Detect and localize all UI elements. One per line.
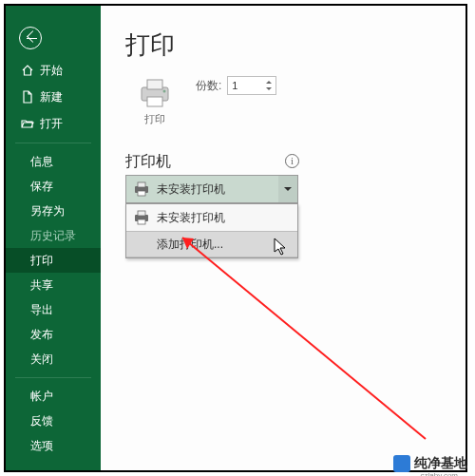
sidebar-label: 打印: [30, 253, 53, 269]
printer-section-title: 打印机: [125, 152, 171, 172]
watermark-logo-icon: [393, 455, 410, 472]
back-button[interactable]: [19, 27, 42, 49]
sidebar-label: 开始: [40, 63, 63, 79]
svg-rect-6: [138, 191, 145, 196]
sidebar-item-saveas[interactable]: 另存为: [6, 199, 101, 223]
printer-combo[interactable]: 未安装打印机: [125, 175, 298, 203]
printer-option-label: 未安装打印机: [157, 210, 225, 226]
sidebar-item-save[interactable]: 保存: [6, 174, 101, 199]
file-icon: [21, 90, 34, 104]
sidebar-item-publish[interactable]: 发布: [6, 322, 101, 347]
copies-label: 份数:: [196, 78, 221, 94]
printer-large-icon: [136, 76, 174, 110]
watermark: 纯净基地 czlaby.com: [393, 455, 467, 472]
copies-row: 份数: 1: [196, 76, 276, 95]
svg-rect-8: [138, 211, 145, 216]
sidebar-label: 历史记录: [30, 228, 76, 244]
sidebar-label: 打开: [40, 116, 63, 132]
sidebar-item-print[interactable]: 打印: [6, 248, 101, 273]
sidebar-label: 另存为: [30, 203, 65, 219]
chevron-down-icon[interactable]: [278, 176, 297, 202]
content-pane: 打印 打印 份数: 1 打印机 i 未安装打印机 未安装打印机: [101, 6, 466, 470]
printer-dropdown-menu: 未安装打印机 添加打印机...: [125, 203, 298, 258]
sidebar-item-close[interactable]: 关闭: [6, 347, 101, 371]
svg-point-3: [163, 90, 166, 93]
spinner-arrows-icon[interactable]: [263, 78, 275, 93]
folder-open-icon: [21, 117, 34, 130]
svg-rect-2: [147, 97, 162, 106]
divider: [15, 377, 91, 378]
svg-rect-9: [138, 219, 145, 224]
blank-icon: [132, 235, 151, 254]
print-button-label: 打印: [125, 112, 184, 126]
printer-small-icon: [132, 180, 151, 199]
sidebar-item-home[interactable]: 开始: [6, 57, 101, 84]
sidebar-item-open[interactable]: 打开: [6, 110, 101, 137]
copies-spinner[interactable]: 1: [227, 76, 276, 95]
sidebar-label: 关闭: [30, 352, 53, 368]
sidebar-label: 共享: [30, 277, 53, 294]
sidebar-label: 信息: [30, 154, 53, 170]
svg-rect-5: [138, 182, 145, 187]
print-button[interactable]: 打印: [125, 72, 184, 127]
info-icon[interactable]: i: [285, 154, 299, 168]
svg-rect-1: [147, 80, 162, 89]
svg-line-10: [182, 238, 426, 439]
watermark-name: 纯净基地: [414, 455, 467, 472]
sidebar-label: 反馈: [30, 413, 53, 429]
printer-option-none[interactable]: 未安装打印机: [126, 204, 297, 231]
sidebar-item-feedback[interactable]: 反馈: [6, 409, 101, 433]
printer-option-add[interactable]: 添加打印机...: [126, 231, 297, 257]
sidebar-label: 选项: [30, 438, 53, 454]
sidebar-label: 发布: [30, 327, 53, 343]
backstage-sidebar: 开始 新建 打开 信息 保存 另存为 历史记录 打印 共享 导出 发布 关闭 帐…: [6, 6, 101, 470]
annotation-arrow: [169, 230, 435, 476]
divider: [15, 143, 91, 143]
printer-option-label: 添加打印机...: [157, 237, 223, 253]
printer-selected-label: 未安装打印机: [157, 181, 225, 198]
sidebar-item-info[interactable]: 信息: [6, 149, 101, 174]
sidebar-item-export[interactable]: 导出: [6, 297, 101, 322]
sidebar-item-share[interactable]: 共享: [6, 273, 101, 297]
sidebar-item-account[interactable]: 帐户: [6, 384, 101, 409]
sidebar-label: 保存: [30, 179, 53, 195]
sidebar-label: 新建: [40, 89, 63, 105]
page-title: 打印: [125, 29, 175, 62]
watermark-url: czlaby.com: [421, 471, 458, 476]
sidebar-item-history[interactable]: 历史记录: [6, 223, 101, 248]
sidebar-item-options[interactable]: 选项: [6, 433, 101, 458]
home-icon: [21, 64, 34, 77]
printer-small-icon: [132, 208, 151, 227]
sidebar-item-new[interactable]: 新建: [6, 84, 101, 110]
sidebar-label: 导出: [30, 302, 53, 318]
sidebar-label: 帐户: [30, 389, 53, 405]
